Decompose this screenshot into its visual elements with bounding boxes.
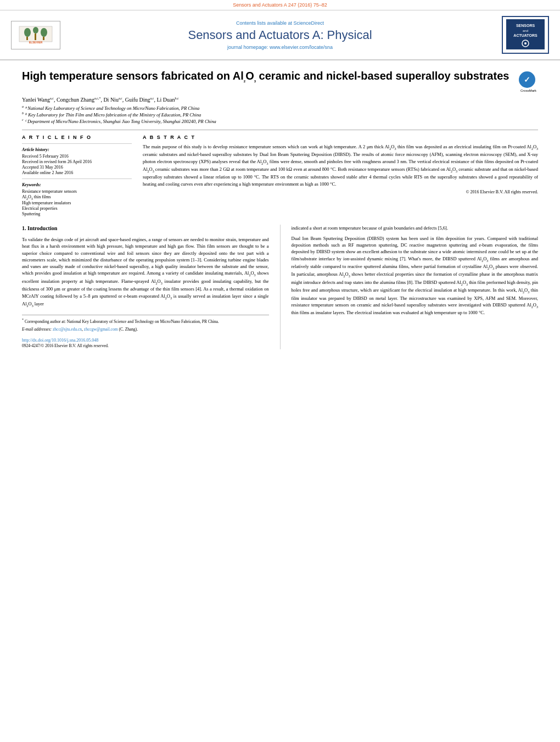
col-divider <box>280 225 281 349</box>
svg-point-3 <box>41 28 47 37</box>
journal-citation: Sensors and Actuators A 247 (2016) 75–82 <box>233 2 327 8</box>
history-label: Article history: <box>22 147 132 152</box>
abstract-heading: A B S T R A C T <box>143 135 538 140</box>
keyword-0: Resistance temperature sensors <box>22 189 132 194</box>
svg-point-1 <box>24 28 31 37</box>
intro-heading: 1. Introduction <box>22 225 269 233</box>
crossmark-icon: ✓ <box>519 71 535 88</box>
homepage-link: journal homepage: www.elsevier.com/locat… <box>60 44 500 50</box>
body-col-left: 1. Introduction To validate the design c… <box>22 225 269 349</box>
article-body: A R T I C L E I N F O Article history: R… <box>22 130 538 217</box>
article-info-heading: A R T I C L E I N F O <box>22 135 132 140</box>
doi-link[interactable]: http://dx.doi.org/10.1016/j.sna.2016.05.… <box>22 337 269 344</box>
journal-title: Sensors and Actuators A: Physical <box>60 28 500 42</box>
elsevier-logo-graphic: ELSEVIER <box>16 24 55 46</box>
journal-center: Contents lists available at ScienceDirec… <box>60 20 500 50</box>
svg-text:and: and <box>523 29 528 32</box>
affiliations: a ᵃ National Key Laboratory of Science a… <box>22 105 538 124</box>
affil-c: c ᶜ Department of Micro/Nano Electronics… <box>22 118 538 124</box>
intro-para-right-2: Dual Ion Beam Sputtering Deposition (DIB… <box>292 235 539 316</box>
authors: Yanlei Wanga,c, Congchun Zhanga,c,*, Di … <box>22 97 538 103</box>
keywords-label: Keywords: <box>22 182 132 187</box>
top-bar: Sensors and Actuators A 247 (2016) 75–82 <box>0 0 560 10</box>
svg-point-13 <box>524 42 527 44</box>
svg-point-2 <box>33 27 38 34</box>
paper-title-section: High temperature sensors fabricated on A… <box>22 69 538 92</box>
sciencedirect-link[interactable]: ScienceDirect <box>294 20 324 26</box>
journal-logo: SENSORS and ACTUATORS <box>500 16 549 54</box>
copyright-line: © 2016 Elsevier B.V. All rights reserved… <box>143 189 538 194</box>
svg-rect-5 <box>35 34 36 40</box>
svg-rect-4 <box>26 37 28 40</box>
issn-line: 0924-4247/© 2016 Elsevier B.V. All right… <box>22 343 269 349</box>
body-col-right: indicated a short at room temperature be… <box>292 225 539 349</box>
keywords-list: Resistance temperature sensors Al2O3 thi… <box>22 189 132 217</box>
keyword-2: High temperature insulators <box>22 200 132 205</box>
keyword-4: Sputtering <box>22 211 132 216</box>
footnote-email: E-mail addresses: zhcc@sjtu.edu.cn, zhcc… <box>22 327 269 333</box>
article-info: A R T I C L E I N F O Article history: R… <box>22 135 132 217</box>
keyword-1: Al2O3 thin films <box>22 194 132 200</box>
contents-link: Contents lists available at ScienceDirec… <box>60 20 500 26</box>
affil-b: b ᵇ Key Laboratory for Thin Film and Mic… <box>22 111 538 118</box>
svg-text:ACTUATORS: ACTUATORS <box>513 34 537 37</box>
svg-text:ELSEVIER: ELSEVIER <box>29 41 43 44</box>
paper-title: High temperature sensors fabricated on A… <box>22 69 513 84</box>
abstract-text: The main purpose of this study is to dev… <box>143 143 538 187</box>
crossmark: ✓ CrossMark <box>519 71 538 92</box>
journal-header: ELSEVIER Contents lists available at Sci… <box>0 10 560 60</box>
affil-a: a ᵃ National Key Laboratory of Science a… <box>22 105 538 111</box>
svg-text:SENSORS: SENSORS <box>516 24 535 27</box>
footnote-area: * Corresponding author at: National Key … <box>22 315 269 332</box>
revised-date: Received in revised form 26 April 2016 <box>22 159 132 164</box>
received-date: Received 5 February 2016 <box>22 154 132 159</box>
keyword-3: Electrical properties <box>22 206 132 211</box>
intro-para-1: To validate the design code of jet aircr… <box>22 236 269 308</box>
svg-rect-6 <box>43 37 44 40</box>
accepted-date: Accepted 31 May 2016 <box>22 165 132 170</box>
abstract-section: A B S T R A C T The main purpose of this… <box>143 135 538 217</box>
main-content: High temperature sensors fabricated on A… <box>0 60 560 358</box>
elsevier-logo: ELSEVIER <box>11 21 60 49</box>
footnote-corresponding: * Corresponding author at: National Key … <box>22 317 269 325</box>
journal-logo-graphic: SENSORS and ACTUATORS <box>506 19 545 49</box>
homepage-url[interactable]: www.elsevier.com/locate/sna <box>270 44 333 50</box>
intro-para-right-1: indicated a short at room temperature be… <box>292 225 539 231</box>
online-date: Available online 2 June 2016 <box>22 170 132 175</box>
body-columns: 1. Introduction To validate the design c… <box>22 225 538 349</box>
